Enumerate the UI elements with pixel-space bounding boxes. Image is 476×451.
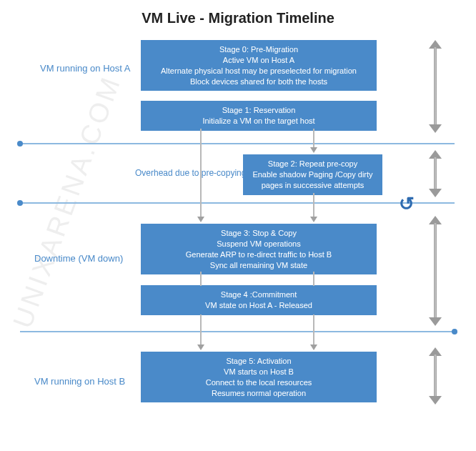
flow-line-right-2 xyxy=(313,272,314,286)
flow-arrowhead xyxy=(310,217,317,222)
stage-1-line-0: Initialize a VM on the target host xyxy=(202,117,314,125)
flow-arrowhead xyxy=(310,345,317,350)
separator-dot xyxy=(17,141,23,147)
stage-5-line-0: VM starts on Host B xyxy=(224,367,294,376)
flow-line-left-1 xyxy=(200,129,202,218)
separator-line-1 xyxy=(20,143,455,144)
stage-4-line-0: VM state on Host A - Released xyxy=(205,301,312,309)
stage-3-line-2: Sync all remaining VM state xyxy=(210,261,307,269)
stage-2-line-0: Enable shadow Paging /Copy dirty pages i… xyxy=(252,170,372,189)
separator-line-2 xyxy=(20,202,455,204)
stage-5-box: Stage 5: Activation VM starts on Host B … xyxy=(141,352,377,402)
range-arrow-overhead xyxy=(429,150,442,197)
range-arrow-host-a xyxy=(429,40,442,133)
diagram-title: VM Live - Migration Timeline xyxy=(0,0,476,32)
stage-3-title: Stage 3: Stop & Copy xyxy=(221,229,297,237)
stage-0-line-0: Active VM on Host A xyxy=(223,56,294,64)
separator-line-3 xyxy=(20,331,455,332)
flow-line-left-2 xyxy=(200,272,202,286)
separator-dot xyxy=(17,200,23,206)
stage-0-line-1: Alternate physical host may be preselect… xyxy=(161,66,357,75)
stage-3-line-1: Generate ARP to re-direct traffic to Hos… xyxy=(186,250,332,259)
flow-line-right-3 xyxy=(313,314,314,346)
range-arrow-host-b xyxy=(429,347,442,405)
flow-arrowhead xyxy=(310,147,317,153)
phase-label-host-b: VM running on Host B xyxy=(34,376,125,387)
flow-line-right-1b xyxy=(313,193,314,218)
phase-label-host-a: VM running on Host A xyxy=(40,63,130,74)
stage-0-title: Stage 0: Pre-Migration xyxy=(219,45,298,54)
stage-5-line-2: Resumes normal operation xyxy=(212,389,306,397)
flow-line-right-1a xyxy=(313,129,314,149)
phase-label-downtime: Downtime (VM down) xyxy=(34,253,123,264)
stage-4-box: Stage 4 :Commitment VM state on Host A -… xyxy=(141,285,377,315)
range-arrow-downtime xyxy=(429,216,442,326)
stage-1-title: Stage 1: Reservation xyxy=(222,106,296,114)
stage-0-box: Stage 0: Pre-Migration Active VM on Host… xyxy=(141,40,377,91)
separator-dot xyxy=(452,329,457,334)
stage-5-line-1: Connect to the local resources xyxy=(206,378,312,387)
stage-3-line-0: Suspend VM operations xyxy=(217,239,300,248)
flow-arrowhead xyxy=(197,345,204,350)
stage-2-box: Stage 2: Repeat pre-copy Enable shadow P… xyxy=(243,154,382,195)
flow-arrowhead xyxy=(197,217,204,222)
stage-4-title: Stage 4 :Commitment xyxy=(221,290,297,299)
stage-0-line-2: Block devices shared for both the hosts xyxy=(190,77,327,86)
phase-label-overhead: Overhead due to pre-copying xyxy=(135,168,246,178)
flow-line-left-3 xyxy=(200,314,202,346)
stage-1-box: Stage 1: Reservation Initialize a VM on … xyxy=(141,101,377,131)
stage-2-title: Stage 2: Repeat pre-copy xyxy=(268,159,357,168)
stage-3-box: Stage 3: Stop & Copy Suspend VM operatio… xyxy=(141,224,377,274)
stage-5-title: Stage 5: Activation xyxy=(226,357,291,365)
cycle-icon: ↺ xyxy=(399,193,415,215)
